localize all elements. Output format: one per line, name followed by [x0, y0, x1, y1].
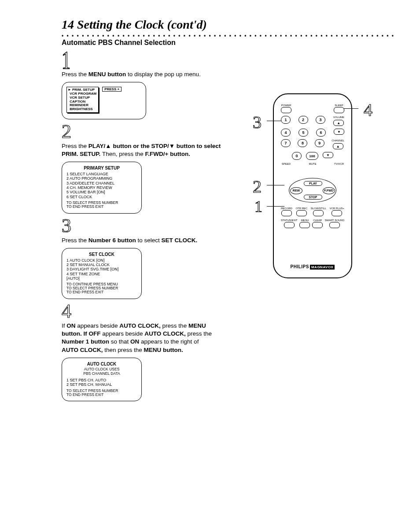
- callout-3: 3: [253, 112, 262, 133]
- remote-brand: PHILIPSMAGNAVOX: [274, 264, 351, 270]
- power-button[interactable]: [281, 107, 291, 113]
- step-2-text: Press the PLAY/▲ button or the STOP/▼ bu…: [62, 142, 255, 158]
- digit-0[interactable]: 0: [292, 152, 302, 160]
- channel-down[interactable]: ▼: [323, 152, 333, 158]
- screen-primary-setup: PRIMARY SETUP 1 SELECT LANGUAGE 2 AUTO P…: [62, 162, 142, 213]
- step-number-3: 3: [62, 216, 255, 236]
- step-4-text: If ON appears beside AUTO CLOCK, press t…: [62, 322, 255, 354]
- status-button[interactable]: [284, 222, 295, 228]
- step-number-1: 1: [62, 48, 70, 73]
- speed-button[interactable]: [281, 166, 291, 175]
- digit-9[interactable]: 9: [315, 139, 324, 147]
- digit-4[interactable]: 4: [281, 129, 291, 137]
- menu-list: ►PRIM. SETUP VCR PROGRAM VCR SETUP CAPTI…: [66, 87, 99, 113]
- smart-button[interactable]: [329, 222, 340, 228]
- record-button[interactable]: [281, 210, 292, 216]
- page-title: 14 Setting the Clock (cont'd): [62, 18, 394, 32]
- screen-set-clock: SET CLOCK 1 AUTO CLOCK [ON] 2 SET MANUAL…: [62, 248, 142, 299]
- vcrplus-button[interactable]: [332, 210, 342, 216]
- digit-8[interactable]: 8: [298, 139, 307, 147]
- screen-auto-clock: AUTO CLOCK AUTO CLOCK USES PBS CHANNEL D…: [62, 358, 142, 402]
- dotted-rule: • • • • • • • • • • • • • • • • • • • • …: [62, 33, 394, 37]
- digit-1[interactable]: 1: [281, 116, 291, 124]
- clear-button[interactable]: [312, 222, 323, 228]
- slow-button[interactable]: [313, 210, 324, 216]
- digit-100[interactable]: 100: [306, 152, 318, 160]
- digit-3[interactable]: 3: [316, 116, 325, 124]
- volume-down[interactable]: ▼: [334, 129, 344, 135]
- mute-button[interactable]: [307, 166, 318, 175]
- callout-1: 1: [254, 197, 262, 216]
- step-number-4: 4: [62, 302, 255, 321]
- rew-button[interactable]: REW: [290, 187, 302, 194]
- digit-5[interactable]: 5: [298, 129, 308, 137]
- step-number-2: 2: [62, 122, 255, 141]
- press-plus-box: PRESS +: [102, 87, 122, 92]
- digit-2[interactable]: 2: [298, 116, 308, 124]
- digit-6[interactable]: 6: [316, 129, 326, 137]
- screen-popup-menu: ►PRIM. SETUP VCR PROGRAM VCR SETUP CAPTI…: [62, 82, 146, 119]
- sleep-button[interactable]: [334, 107, 344, 113]
- section-subtitle: Automatic PBS Channel Selection: [62, 39, 394, 47]
- ffwd-button[interactable]: F.FWD: [323, 187, 335, 194]
- play-button[interactable]: PLAY: [304, 181, 322, 186]
- tvvcr-button[interactable]: [334, 166, 344, 175]
- otr-button[interactable]: [296, 210, 307, 216]
- menu-button[interactable]: [299, 222, 310, 228]
- volume-up[interactable]: ▲: [333, 120, 344, 126]
- remote-control: POWER SLEEP 1 2 3 VOLUME ▲ 4: [273, 93, 352, 278]
- channel-up[interactable]: ▲: [333, 143, 343, 149]
- callout-4: 4: [364, 100, 372, 120]
- step-3-text: Press the Number 6 button to select SET …: [62, 237, 255, 244]
- remote-column: 3 4 2 1 POWER SLEEP 1 2: [269, 49, 394, 403]
- digit-7[interactable]: 7: [281, 139, 291, 147]
- manual-page: 14 Setting the Clock (cont'd) • • • • • …: [0, 0, 420, 421]
- transport-pad: PLAY STOP REW F.FWD: [289, 178, 336, 203]
- stop-button[interactable]: STOP: [304, 195, 322, 200]
- callout-2: 2: [253, 176, 262, 197]
- step-1-text: Press the MENU button to display the pop…: [62, 70, 255, 78]
- instruction-column: 1 Press the MENU button to display the p…: [62, 49, 255, 403]
